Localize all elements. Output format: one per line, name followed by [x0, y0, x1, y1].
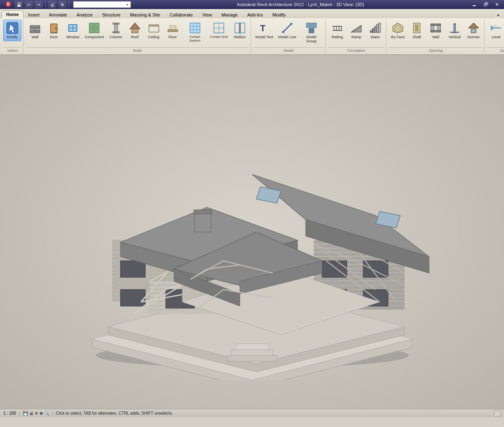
mullion-label: Mullion	[234, 35, 246, 39]
tab-annotate[interactable]: Annotate	[44, 11, 72, 18]
svg-rect-42	[312, 23, 316, 28]
tab-collaborate[interactable]: Collaborate	[165, 11, 197, 18]
mullion-button[interactable]: Mullion	[231, 20, 249, 41]
svg-rect-6	[30, 31, 40, 33]
railing-button[interactable]: Railing	[328, 20, 346, 41]
svg-rect-16	[114, 23, 118, 33]
qt-redo[interactable]: ↪	[35, 1, 43, 8]
model-line-label: Model Line	[278, 35, 296, 39]
opening-buttons: By Face Shaft	[389, 20, 483, 46]
level-label: Level	[492, 35, 501, 39]
svg-rect-26	[170, 26, 176, 30]
viewport-canvas[interactable]	[0, 55, 504, 409]
modify-icon	[6, 21, 19, 35]
model-group-button[interactable]: Model Group	[299, 20, 324, 45]
roof-button[interactable]: Roof	[126, 20, 144, 41]
svg-rect-185	[232, 350, 273, 355]
curtain-grid-button[interactable]: Curtain Grid	[208, 20, 230, 41]
tab-insert[interactable]: Insert	[24, 11, 44, 18]
datum-buttons: L1 Level A B Grid	[487, 20, 504, 46]
by-face-label: By Face	[391, 35, 405, 39]
title-bar-left: R 💾 ↩ ↪ 🖨 ⚙ 3D View : 3D вид ▼	[3, 1, 131, 9]
svg-rect-5	[35, 28, 40, 30]
curtain-grid-label: Curtain Grid	[210, 35, 228, 39]
shaft-button[interactable]: Shaft	[408, 20, 426, 41]
dormer-button[interactable]: Dormer	[465, 20, 483, 41]
wall-label: Wall	[31, 35, 38, 39]
modify-button[interactable]: Modify	[3, 20, 21, 41]
tab-analyze[interactable]: Analyze	[72, 11, 97, 18]
tab-massing[interactable]: Massing & Site	[125, 11, 165, 18]
tab-structure[interactable]: Structure	[98, 11, 125, 18]
status-bar: 1 : 100 💾 🖨 ☀ ⊕ 🔍 Click to select, TAB f…	[0, 409, 504, 417]
svg-text:T: T	[260, 23, 266, 33]
mullion-icon	[233, 21, 246, 35]
svg-rect-66	[431, 30, 441, 32]
separator	[45, 1, 46, 8]
wall-opening-label: Wall	[432, 35, 439, 39]
app-icon[interactable]: R	[3, 1, 13, 9]
ramp-button[interactable]: Ramp	[347, 20, 365, 41]
view-selector[interactable]: 3D View : 3D вид ▼	[73, 1, 131, 8]
window-button[interactable]: Window	[64, 20, 82, 41]
qt-print[interactable]: 🖨	[48, 1, 56, 8]
qt-settings[interactable]: ⚙	[58, 1, 66, 8]
sun-icon[interactable]: ☀	[35, 411, 38, 415]
level-button[interactable]: L1 Level	[487, 20, 504, 41]
ceiling-button[interactable]: Ceiling	[145, 20, 163, 41]
door-button[interactable]: Door	[45, 20, 63, 41]
svg-rect-43	[309, 28, 314, 33]
ribbon-group-datum: L1 Level A B Grid	[485, 19, 504, 53]
minimize-btn[interactable]: 🗕	[470, 2, 478, 7]
tab-modify[interactable]: Modify	[268, 11, 290, 18]
wall-button[interactable]: Wall	[26, 20, 44, 41]
model-text-icon: T	[258, 21, 271, 35]
ribbon-group-select: Modify Select	[2, 19, 23, 53]
model-text-button[interactable]: T Model Text	[253, 20, 275, 41]
roof-icon	[128, 21, 142, 35]
floor-button[interactable]: Floor	[164, 20, 182, 41]
qt-save[interactable]: 💾	[15, 1, 23, 8]
svg-rect-56	[379, 23, 381, 32]
curtain-system-button[interactable]: Curtain System	[183, 20, 207, 44]
tab-manage[interactable]: Manage	[217, 11, 242, 18]
svg-point-40	[290, 23, 293, 25]
stairs-button[interactable]: Stairs	[366, 20, 384, 41]
svg-rect-14	[89, 28, 94, 33]
svg-rect-132	[121, 261, 145, 277]
wall-opening-button[interactable]: Wall	[427, 20, 445, 41]
ribbon-toggle[interactable]: ▲	[494, 11, 502, 18]
svg-rect-52	[370, 30, 372, 32]
column-label: Column	[109, 35, 122, 39]
stairs-icon	[369, 21, 382, 35]
vertical-button[interactable]: Vertical	[446, 20, 464, 41]
shaft-label: Shaft	[413, 35, 421, 39]
component-label: Component	[85, 35, 104, 39]
viewport[interactable]	[0, 55, 504, 409]
print-icon[interactable]: 🖨	[29, 411, 33, 415]
by-face-button[interactable]: By Face	[389, 20, 407, 41]
svg-rect-117	[314, 281, 404, 285]
build-buttons: Wall Door	[26, 20, 249, 46]
svg-rect-21	[149, 25, 159, 26]
close-btn[interactable]: ✕	[493, 2, 501, 7]
maximize-btn[interactable]: 🗗	[482, 2, 490, 7]
scale-value: 1 : 100	[3, 411, 16, 415]
nav-icon[interactable]: ⊕	[39, 411, 43, 415]
railing-label: Railing	[332, 35, 343, 39]
title-bar: R 💾 ↩ ↪ 🖨 ⚙ 3D View : 3D вид ▼ Autodesk …	[0, 0, 504, 9]
tab-addins[interactable]: Add-Ins	[243, 11, 267, 18]
zoom-icon[interactable]: 🔍	[44, 411, 49, 415]
tab-home[interactable]: Home	[2, 10, 23, 18]
roof-label: Roof	[131, 35, 139, 39]
column-button[interactable]: Column	[107, 20, 125, 41]
component-icon	[88, 21, 101, 35]
svg-marker-19	[130, 23, 140, 29]
model-line-button[interactable]: Model Line	[276, 20, 298, 41]
wall-opening-icon	[429, 21, 442, 35]
component-button[interactable]: Component	[83, 20, 106, 41]
save-icon[interactable]: 💾	[23, 411, 28, 415]
tab-view[interactable]: View	[198, 11, 217, 18]
qt-undo[interactable]: ↩	[25, 1, 33, 8]
svg-rect-17	[113, 23, 119, 24]
